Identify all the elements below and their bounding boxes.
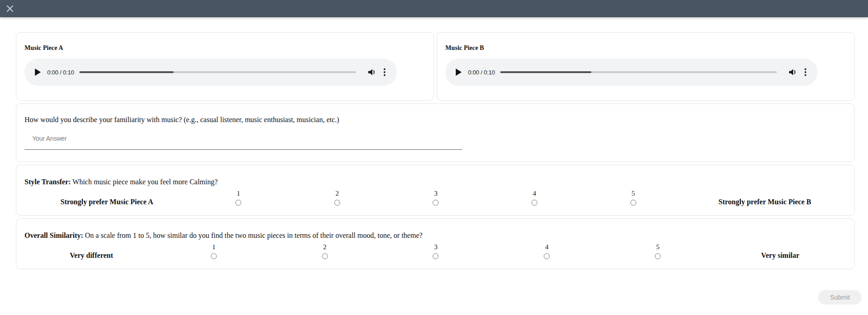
radio-button[interactable] — [532, 200, 537, 206]
overall-similarity-question: Overall Similarity: On a scale from 1 to… — [24, 231, 847, 240]
radio-button[interactable] — [433, 200, 439, 206]
overall-similarity-label: Overall Similarity: — [24, 231, 83, 239]
form-content: Music Piece A 0:00 / 0:10 — [0, 32, 868, 305]
style-transfer-question: Style Transfer: Which music piece make y… — [24, 178, 847, 186]
play-icon — [455, 69, 462, 76]
seek-bar[interactable] — [79, 71, 356, 73]
style-transfer-card: Style Transfer: Which music piece make y… — [16, 165, 855, 216]
radio-option-2[interactable]: 2 — [288, 190, 387, 206]
radio-option-number: 1 — [237, 190, 240, 197]
play-icon — [34, 69, 41, 76]
radio-button[interactable] — [211, 253, 217, 259]
familiarity-question-text: How would you describe your familiarity … — [24, 116, 846, 124]
volume-icon — [789, 69, 797, 76]
audio-player-a: 0:00 / 0:10 — [24, 59, 397, 86]
overall-similarity-question-text: On a scale from 1 to 5, how similar do y… — [85, 231, 422, 239]
scale-right-label: Very similar — [713, 251, 847, 259]
radio-option-number: 4 — [545, 243, 549, 251]
radio-button[interactable] — [544, 253, 550, 259]
radio-option-number: 5 — [656, 243, 660, 251]
scale-options: 1 2 3 4 5 — [158, 243, 713, 259]
music-piece-a-label: Music Piece A — [24, 44, 425, 52]
play-button[interactable] — [455, 69, 463, 76]
radio-button[interactable] — [322, 253, 328, 259]
radio-option-number: 4 — [533, 190, 536, 197]
radio-button[interactable] — [235, 200, 241, 206]
close-icon — [6, 5, 14, 13]
radio-button[interactable] — [334, 200, 340, 206]
music-piece-b-card: Music Piece B 0:00 / 0:10 — [437, 32, 855, 101]
radio-option-3[interactable]: 3 — [386, 190, 485, 206]
overflow-menu-button[interactable] — [383, 68, 386, 76]
radio-button[interactable] — [655, 253, 661, 259]
overall-similarity-scale: Very different 1 2 3 4 — [24, 243, 847, 259]
radio-option-4[interactable]: 4 — [491, 243, 602, 259]
style-transfer-question-text: Which music piece make you feel more Cal… — [73, 178, 218, 186]
scale-right-label: Strongly prefer Music Piece B — [683, 198, 847, 206]
style-transfer-scale: Strongly prefer Music Piece A 1 2 3 4 — [24, 190, 847, 206]
seek-bar[interactable] — [500, 71, 777, 73]
music-piece-a-card: Music Piece A 0:00 / 0:10 — [16, 32, 434, 101]
buffered-bar — [79, 71, 173, 73]
kebab-menu-icon — [804, 68, 807, 76]
volume-button[interactable] — [368, 69, 376, 76]
time-display: 0:00 / 0:10 — [468, 69, 495, 76]
radio-option-number: 2 — [336, 190, 339, 197]
radio-option-4[interactable]: 4 — [485, 190, 584, 206]
radio-option-number: 1 — [212, 243, 216, 251]
radio-option-number: 3 — [434, 243, 438, 251]
kebab-menu-icon — [383, 68, 386, 76]
scale-left-label: Strongly prefer Music Piece A — [24, 198, 189, 206]
style-transfer-label: Style Transfer: — [24, 178, 71, 186]
close-button[interactable] — [5, 3, 15, 14]
radio-option-number: 2 — [323, 243, 327, 251]
overall-similarity-card: Overall Similarity: On a scale from 1 to… — [16, 218, 855, 269]
buffered-bar — [500, 71, 591, 73]
familiarity-answer-input[interactable] — [24, 130, 462, 150]
submit-row: Submit — [0, 290, 862, 305]
radio-button[interactable] — [630, 200, 636, 206]
radio-option-number: 5 — [631, 190, 635, 197]
radio-option-1[interactable]: 1 — [189, 190, 288, 206]
radio-option-5[interactable]: 5 — [584, 190, 683, 206]
top-bar — [0, 0, 868, 17]
overflow-menu-button[interactable] — [804, 68, 807, 76]
audio-player-b: 0:00 / 0:10 — [445, 59, 818, 86]
volume-button[interactable] — [789, 69, 797, 76]
play-button[interactable] — [34, 69, 42, 76]
time-display: 0:00 / 0:10 — [47, 69, 74, 76]
scale-options: 1 2 3 4 5 — [189, 190, 683, 206]
scale-left-label: Very different — [24, 251, 158, 259]
radio-option-1[interactable]: 1 — [158, 243, 269, 259]
radio-option-5[interactable]: 5 — [602, 243, 713, 259]
radio-option-2[interactable]: 2 — [269, 243, 380, 259]
volume-icon — [368, 69, 376, 76]
submit-button[interactable]: Submit — [818, 290, 862, 305]
radio-option-number: 3 — [434, 190, 438, 197]
radio-button[interactable] — [433, 253, 439, 259]
radio-option-3[interactable]: 3 — [380, 243, 492, 259]
music-piece-b-label: Music Piece B — [445, 44, 846, 52]
familiarity-question-card: How would you describe your familiarity … — [16, 103, 855, 162]
audio-players-row: Music Piece A 0:00 / 0:10 — [16, 32, 855, 101]
